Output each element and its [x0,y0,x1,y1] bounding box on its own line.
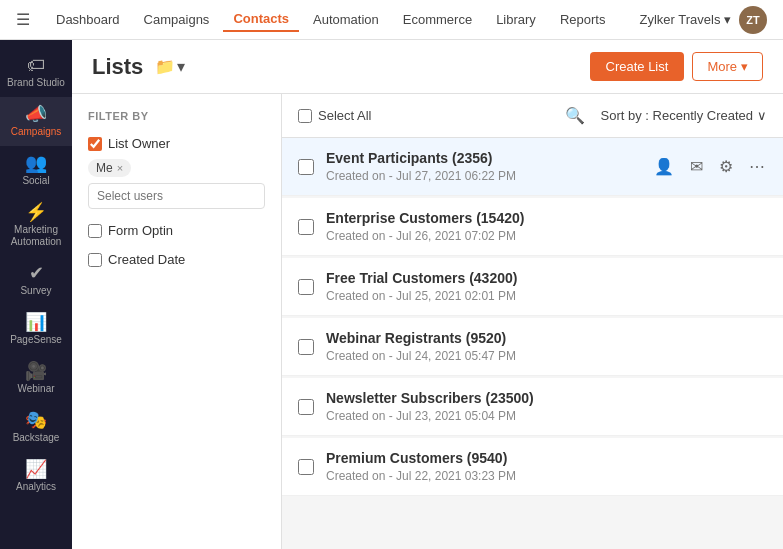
content-area: FILTER BY List Owner Me × [72,94,783,549]
sidebar-item-backstage[interactable]: 🎭 Backstage [0,403,72,452]
list-item[interactable]: Webinar Registrants (9520) Created on - … [282,318,783,376]
filter-created-date-text: Created Date [108,252,185,267]
filter-tag-me: Me × [88,159,131,177]
folder-icon-btn[interactable]: 📁 ▾ [151,55,189,78]
sidebar-label-analytics: Analytics [16,481,56,493]
sidebar-item-survey[interactable]: ✔ Survey [0,256,72,305]
list-item-name-2: Free Trial Customers (43200) [326,270,640,286]
list-item-checkbox-3[interactable] [298,339,314,355]
page-header: Lists 📁 ▾ Create List More ▾ [72,40,783,94]
email-icon[interactable]: ✉ [688,155,705,178]
nav-links: Dashboard Campaigns Contacts Automation … [46,7,639,32]
list-item-checkbox-4[interactable] [298,399,314,415]
main-content: Lists 📁 ▾ Create List More ▾ FILTER BY L… [72,40,783,549]
list-item-name-3: Webinar Registrants (9520) [326,330,640,346]
avatar[interactable]: ZT [739,6,767,34]
filter-created-date-label[interactable]: Created Date [88,252,265,267]
more-dots-icon[interactable]: ⋯ [747,335,767,358]
list-item[interactable]: Free Trial Customers (43200) Created on … [282,258,783,316]
list-item-checkbox-5[interactable] [298,459,314,475]
list-item-info-5: Premium Customers (9540) Created on - Ju… [326,450,640,483]
filter-panel: FILTER BY List Owner Me × [72,94,282,549]
sidebar-item-social[interactable]: 👥 Social [0,146,72,195]
filter-created-date-checkbox[interactable] [88,253,102,267]
sidebar-item-analytics[interactable]: 📈 Analytics [0,452,72,501]
lists-area: Select All 🔍 Sort by : Recently Created … [282,94,783,549]
email-icon[interactable]: ✉ [688,335,705,358]
list-item-checkbox-1[interactable] [298,219,314,235]
sidebar-label-pagesense: PageSense [10,334,62,346]
lists-scroll: Event Participants (2356) Created on - J… [282,138,783,549]
sort-button[interactable]: Sort by : Recently Created ∨ [601,108,767,123]
filter-by-title: FILTER BY [88,110,265,122]
org-name[interactable]: Zylker Travels ▾ [639,12,731,27]
list-item-info-0: Event Participants (2356) Created on - J… [326,150,640,183]
settings-icon[interactable]: ⚙ [717,275,735,298]
email-icon[interactable]: ✉ [688,395,705,418]
sidebar-label-campaigns: Campaigns [11,126,62,138]
settings-icon[interactable]: ⚙ [717,215,735,238]
select-users-input[interactable] [88,183,265,209]
settings-icon[interactable]: ⚙ [717,155,735,178]
filter-tag-me-label: Me [96,161,113,175]
nav-right: Zylker Travels ▾ ZT [639,6,767,34]
nav-campaigns[interactable]: Campaigns [134,8,220,31]
select-all-checkbox[interactable] [298,109,312,123]
create-list-button[interactable]: Create List [590,52,685,81]
more-dots-icon[interactable]: ⋯ [747,455,767,478]
more-dots-icon[interactable]: ⋯ [747,275,767,298]
page-title: Lists [92,54,143,80]
select-all-row[interactable]: Select All [298,108,371,123]
filter-form-optin-text: Form Optin [108,223,173,238]
list-item[interactable]: Event Participants (2356) Created on - J… [282,138,783,196]
email-icon[interactable]: ✉ [688,455,705,478]
list-item-info-1: Enterprise Customers (15420) Created on … [326,210,640,243]
sidebar-label-webinar: Webinar [17,383,54,395]
sidebar-item-campaigns[interactable]: 📣 Campaigns [0,97,72,146]
nav-ecommerce[interactable]: Ecommerce [393,8,482,31]
sidebar-item-brand-studio[interactable]: 🏷 Brand Studio [0,48,72,97]
contacts-icon[interactable]: 👤 [652,215,676,238]
list-item[interactable]: Newsletter Subscribers (23500) Created o… [282,378,783,436]
search-icon[interactable]: 🔍 [561,102,589,129]
folder-chevron-icon: ▾ [177,57,185,76]
marketing-automation-icon: ⚡ [25,203,47,221]
sidebar-item-pagesense[interactable]: 📊 PageSense [0,305,72,354]
settings-icon[interactable]: ⚙ [717,395,735,418]
menu-icon[interactable]: ☰ [16,10,30,29]
sidebar: 🏷 Brand Studio 📣 Campaigns 👥 Social ⚡ Ma… [0,40,72,549]
nav-dashboard[interactable]: Dashboard [46,8,130,31]
page-header-right: Create List More ▾ [590,52,764,81]
contacts-icon[interactable]: 👤 [652,275,676,298]
sidebar-item-webinar[interactable]: 🎥 Webinar [0,354,72,403]
filter-form-optin-checkbox[interactable] [88,224,102,238]
list-item-checkbox-0[interactable] [298,159,314,175]
list-item-name-5: Premium Customers (9540) [326,450,640,466]
contacts-icon[interactable]: 👤 [652,395,676,418]
filter-form-optin-label[interactable]: Form Optin [88,223,265,238]
filter-tag-me-remove[interactable]: × [117,162,123,174]
nav-contacts[interactable]: Contacts [223,7,299,32]
list-item[interactable]: Enterprise Customers (15420) Created on … [282,198,783,256]
contacts-icon[interactable]: 👤 [652,455,676,478]
list-item[interactable]: Premium Customers (9540) Created on - Ju… [282,438,783,496]
nav-reports[interactable]: Reports [550,8,616,31]
list-item-checkbox-2[interactable] [298,279,314,295]
more-dots-icon[interactable]: ⋯ [747,155,767,178]
filter-list-owner-label[interactable]: List Owner [88,136,265,151]
email-icon[interactable]: ✉ [688,275,705,298]
sidebar-item-marketing-automation[interactable]: ⚡ Marketing Automation [0,195,72,256]
more-dots-icon[interactable]: ⋯ [747,215,767,238]
list-item-date-5: Created on - Jul 22, 2021 03:23 PM [326,469,640,483]
nav-library[interactable]: Library [486,8,546,31]
contacts-icon[interactable]: 👤 [652,335,676,358]
more-button[interactable]: More ▾ [692,52,763,81]
settings-icon[interactable]: ⚙ [717,335,735,358]
filter-list-owner-checkbox[interactable] [88,137,102,151]
more-dots-icon[interactable]: ⋯ [747,395,767,418]
sidebar-label-marketing-automation: Marketing Automation [11,224,62,248]
email-icon[interactable]: ✉ [688,215,705,238]
settings-icon[interactable]: ⚙ [717,455,735,478]
nav-automation[interactable]: Automation [303,8,389,31]
contacts-icon[interactable]: 👤 [652,155,676,178]
